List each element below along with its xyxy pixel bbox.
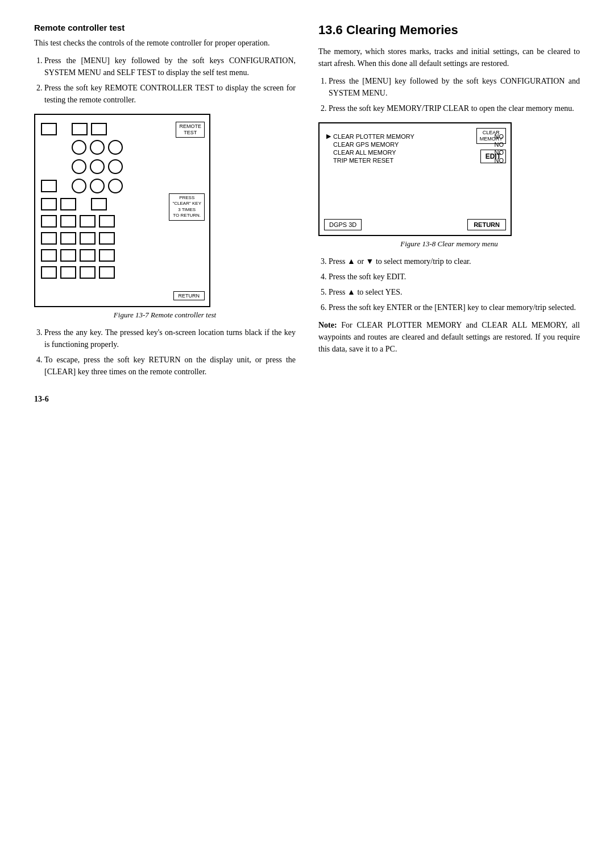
- menu-row-2-label: CLEAR ALL MEMORY: [333, 149, 396, 156]
- right-step-5: Press ▲ to select YES.: [329, 286, 580, 298]
- note-paragraph: Note: For CLEAR PLOTTER MEMORY and CLEAR…: [318, 319, 580, 355]
- remote-row-8: [35, 247, 209, 264]
- remote-btn-rect: [41, 198, 57, 210]
- remote-diagram: REMOTETEST PRESS"CLEAR" KEY3 TIMESTO RET…: [34, 114, 210, 307]
- remote-btn-rect: [41, 249, 57, 262]
- remote-row-7: [35, 230, 209, 247]
- remote-btn-rect: [99, 232, 115, 245]
- note-text: For CLEAR PLOTTER MEMORY and CLEAR ALL M…: [318, 321, 580, 353]
- remote-btn-rect: [80, 232, 96, 245]
- remote-btn-rect: [60, 249, 76, 262]
- remote-btn-rect: [99, 215, 115, 228]
- menu-row-2: CLEAR ALL MEMORY NO: [326, 149, 504, 156]
- remote-btn-rect: [60, 266, 76, 279]
- remote-press-label: PRESS"CLEAR" KEY3 TIMESTO RETURN.: [169, 193, 205, 221]
- left-intro: This test checks the controls of the rem…: [34, 37, 296, 49]
- remote-btn-rect: [60, 232, 76, 245]
- remote-btn-circle: [108, 140, 123, 155]
- right-column: 13.6 Clearing Memories The memory, which…: [318, 23, 580, 404]
- remote-btn-rect: [41, 266, 57, 279]
- remote-row-4: [35, 176, 209, 196]
- remote-btn-circle: [90, 179, 105, 193]
- right-step-1: Press the [MENU] key followed by the sof…: [329, 75, 580, 99]
- clear-memory-dgps-label: DGPS 3D: [324, 219, 362, 230]
- remote-btn-rect: [60, 198, 76, 210]
- remote-figure-caption: Figure 13-7 Remote controller test: [34, 309, 296, 321]
- clear-memory-edit-button: EDIT: [480, 150, 506, 163]
- remote-row-2: [35, 138, 209, 157]
- remote-btn-rect: [41, 180, 57, 192]
- left-step-3: Press the any key. The pressed key's on-…: [44, 326, 296, 350]
- right-intro: The memory, which stores marks, tracks a…: [318, 46, 580, 69]
- right-step-3: Press ▲ or ▼ to select memory/trip to cl…: [329, 255, 580, 267]
- left-column: Remote controller test This test checks …: [34, 23, 296, 404]
- subsection-title: Remote controller test: [34, 23, 296, 32]
- remote-btn-rect: [99, 266, 115, 279]
- remote-row-3: [35, 157, 209, 176]
- right-step-4: Press the soft key EDIT.: [329, 271, 580, 283]
- clear-memory-diagram: CLEARMEMORY EDIT ▶ CLEAR PLOTTER MEMORY …: [318, 122, 512, 236]
- remote-btn-circle: [72, 179, 86, 193]
- remote-btn-rect: [80, 215, 96, 228]
- remote-btn-circle: [108, 179, 123, 193]
- section-title: 13.6 Clearing Memories: [318, 23, 580, 38]
- remote-btn-rect: [91, 198, 107, 210]
- remote-return-label: RETURN: [173, 291, 205, 300]
- remote-btn-rect: [41, 215, 57, 228]
- remote-btn-rect: [60, 215, 76, 228]
- remote-btn-rect: [91, 123, 107, 135]
- right-step-2: Press the soft key MEMORY/TRIP CLEAR to …: [329, 102, 580, 114]
- menu-row-3-label: TRIP METER RESET: [333, 157, 393, 164]
- menu-row-1-label: CLEAR GPS MEMORY: [333, 141, 399, 148]
- remote-btn-circle: [108, 159, 123, 174]
- clear-memory-return-button: RETURN: [467, 219, 506, 230]
- remote-btn-circle: [72, 140, 86, 155]
- left-step-4: To escape, press the soft key RETURN on …: [44, 354, 296, 378]
- clear-memory-figure-caption: Figure 13-8 Clear memory menu: [318, 238, 580, 250]
- remote-btn-rect: [41, 232, 57, 245]
- note-label: Note:: [318, 321, 337, 329]
- remote-test-label: REMOTETEST: [176, 122, 205, 138]
- remote-btn-circle: [90, 159, 105, 174]
- left-steps-list: Press the [MENU] key followed by the sof…: [44, 55, 296, 106]
- remote-btn-rect: [80, 266, 96, 279]
- remote-btn-rect: [80, 249, 96, 262]
- remote-row-9: [35, 264, 209, 281]
- left-step-1: Press the [MENU] key followed by the sof…: [44, 55, 296, 78]
- right-steps-continued: Press ▲ or ▼ to select memory/trip to cl…: [329, 255, 580, 313]
- remote-btn-rect: [72, 123, 88, 135]
- right-step-6: Press the soft key ENTER or the [ENTER] …: [329, 301, 580, 313]
- menu-row-0-label: CLEAR PLOTTER MEMORY: [333, 133, 492, 140]
- menu-row-3: TRIP METER RESET NO: [326, 157, 504, 164]
- left-step-2: Press the soft key REMOTE CONTROLLER TES…: [44, 82, 296, 106]
- remote-btn-circle: [90, 140, 105, 155]
- right-steps-list: Press the [MENU] key followed by the sof…: [329, 75, 580, 114]
- clear-memory-label: CLEARMEMORY: [476, 128, 506, 144]
- left-steps-continued: Press the any key. The pressed key's on-…: [44, 326, 296, 378]
- remote-btn-circle: [72, 159, 86, 174]
- page-number: 13-6: [34, 395, 296, 404]
- arrow-icon: ▶: [326, 133, 331, 140]
- remote-btn-rect: [99, 249, 115, 262]
- remote-btn-rect: [41, 123, 57, 135]
